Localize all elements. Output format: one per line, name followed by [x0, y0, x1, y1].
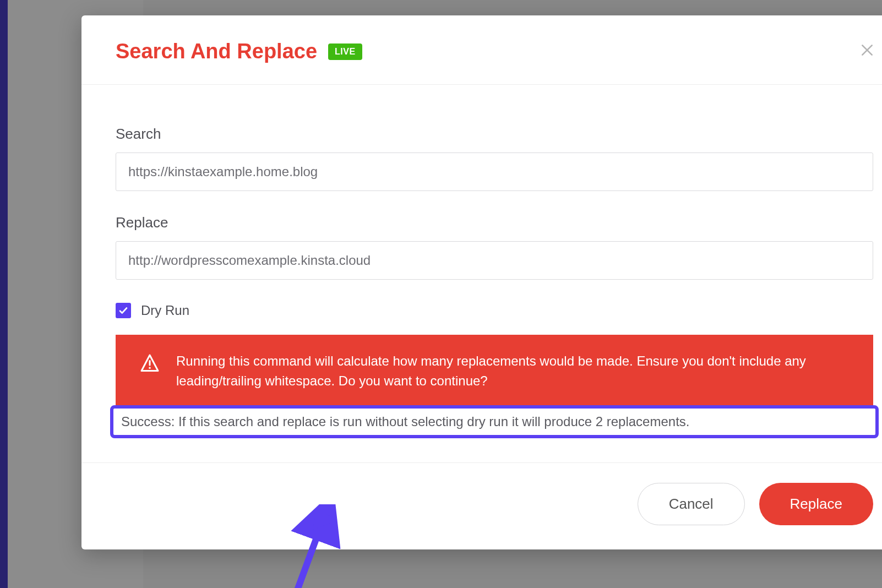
dry-run-label: Dry Run [141, 303, 189, 318]
modal-body: Search Replace Dry Run Runn [81, 85, 882, 462]
modal-header: Search And Replace LIVE [81, 15, 882, 85]
svg-point-3 [149, 367, 151, 369]
dry-run-checkbox[interactable] [116, 303, 131, 318]
warning-icon [140, 353, 160, 379]
search-replace-modal: Search And Replace LIVE Search Replace D… [81, 15, 882, 549]
dry-run-row: Dry Run [116, 303, 873, 318]
warning-message: Running this command will calculate how … [176, 351, 851, 391]
modal-title: Search And Replace [116, 40, 317, 63]
search-input[interactable] [116, 153, 873, 191]
close-icon [860, 43, 874, 57]
search-label: Search [116, 126, 873, 143]
search-field-group: Search [116, 126, 873, 191]
modal-footer: Cancel Replace [81, 462, 882, 549]
live-badge: LIVE [328, 43, 362, 60]
warning-alert: Running this command will calculate how … [116, 335, 873, 407]
check-icon [118, 306, 128, 315]
success-highlight: Success: If this search and replace is r… [110, 405, 879, 438]
success-message: Success: If this search and replace is r… [121, 414, 868, 429]
replace-input[interactable] [116, 241, 873, 280]
cancel-button[interactable]: Cancel [638, 483, 745, 525]
replace-label: Replace [116, 214, 873, 231]
close-button[interactable] [858, 41, 876, 59]
replace-button[interactable]: Replace [759, 483, 873, 525]
replace-field-group: Replace [116, 214, 873, 280]
